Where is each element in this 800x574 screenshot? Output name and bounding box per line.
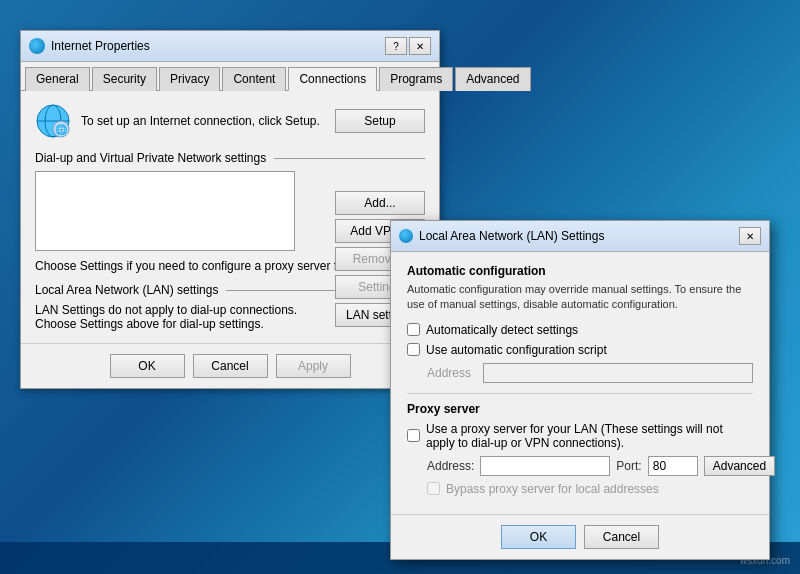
dial-up-section: Add... Add VPN... Remove... Settings — [35, 171, 425, 251]
lan-dialog-titlebar: Local Area Network (LAN) Settings ✕ — [391, 221, 769, 252]
titlebar-left: Internet Properties — [29, 38, 150, 54]
auto-config-title: Automatic configuration — [407, 264, 753, 278]
proxy-section-title: Proxy server — [407, 402, 753, 416]
tab-programs[interactable]: Programs — [379, 67, 453, 91]
lan-cancel-button[interactable]: Cancel — [584, 525, 659, 549]
setup-button[interactable]: Setup — [335, 109, 425, 133]
lan-close-button[interactable]: ✕ — [739, 227, 761, 245]
cancel-button[interactable]: Cancel — [193, 354, 268, 378]
lan-titlebar-left: Local Area Network (LAN) Settings — [399, 229, 604, 243]
lan-close-icon: ✕ — [746, 231, 754, 242]
auto-detect-label: Automatically detect settings — [426, 323, 578, 337]
tab-security[interactable]: Security — [92, 67, 157, 91]
lan-dialog-footer: OK Cancel — [391, 514, 769, 559]
bypass-checkbox[interactable] — [427, 482, 440, 495]
lan-dialog-content: Automatic configuration Automatic config… — [391, 252, 769, 514]
lan-titlebar-controls: ✕ — [739, 227, 761, 245]
port-input[interactable]: 80 — [648, 456, 698, 476]
tab-general[interactable]: General — [25, 67, 90, 91]
titlebar-controls: ? ✕ — [385, 37, 431, 55]
tab-connections[interactable]: Connections — [288, 67, 377, 91]
dial-up-list[interactable] — [35, 171, 295, 251]
proxy-checkbox[interactable] — [407, 429, 420, 442]
separator — [407, 393, 753, 394]
setup-icon: 🌐 — [35, 103, 71, 139]
lan-settings-dialog: Local Area Network (LAN) Settings ✕ Auto… — [390, 220, 770, 560]
tab-advanced[interactable]: Advanced — [455, 67, 530, 91]
lan-globe-icon — [399, 229, 413, 243]
internet-properties-dialog: Internet Properties ? ✕ General Security… — [20, 30, 440, 389]
proxy-address-label: Address: — [427, 459, 474, 473]
auto-script-row: Use automatic configuration script — [407, 343, 753, 357]
proxy-label: Use a proxy server for your LAN (These s… — [426, 422, 753, 450]
port-label: Port: — [616, 459, 641, 473]
lan-row: LAN Settings do not apply to dial-up con… — [35, 303, 425, 331]
tabs-row: General Security Privacy Content Connect… — [21, 62, 439, 91]
advanced-button[interactable]: Advanced — [704, 456, 775, 476]
dial-up-section-label: Dial-up and Virtual Private Network sett… — [35, 151, 425, 165]
svg-text:🌐: 🌐 — [55, 123, 68, 136]
add-button[interactable]: Add... — [335, 191, 425, 215]
address-label-text: Address — [427, 366, 477, 380]
proxy-address-row: Address: Port: 80 Advanced — [427, 456, 753, 476]
help-button[interactable]: ? — [385, 37, 407, 55]
auto-script-label: Use automatic configuration script — [426, 343, 607, 357]
close-button[interactable]: ✕ — [409, 37, 431, 55]
ie-icon — [29, 38, 45, 54]
ok-button[interactable]: OK — [110, 354, 185, 378]
tab-content[interactable]: Content — [222, 67, 286, 91]
lan-section-text: LAN Settings do not apply to dial-up con… — [35, 303, 325, 331]
tab-privacy[interactable]: Privacy — [159, 67, 220, 91]
internet-properties-footer: OK Cancel Apply — [21, 343, 439, 388]
setup-text: To set up an Internet connection, click … — [81, 114, 325, 128]
auto-script-checkbox[interactable] — [407, 343, 420, 356]
internet-properties-content: 🌐 To set up an Internet connection, clic… — [21, 91, 439, 343]
setup-row: 🌐 To set up an Internet connection, clic… — [35, 103, 425, 139]
auto-detect-checkbox[interactable] — [407, 323, 420, 336]
bypass-checkbox-row: Bypass proxy server for local addresses — [427, 482, 753, 496]
lan-dialog-title: Local Area Network (LAN) Settings — [419, 229, 604, 243]
internet-properties-title: Internet Properties — [51, 39, 150, 53]
auto-config-desc: Automatic configuration may override man… — [407, 282, 753, 313]
proxy-address-input[interactable] — [480, 456, 610, 476]
auto-detect-row: Automatically detect settings — [407, 323, 753, 337]
auto-script-address-input[interactable] — [483, 363, 753, 383]
close-icon: ✕ — [416, 41, 424, 52]
internet-properties-titlebar: Internet Properties ? ✕ — [21, 31, 439, 62]
bypass-label: Bypass proxy server for local addresses — [446, 482, 659, 496]
auto-script-address-row: Address — [427, 363, 753, 383]
apply-button[interactable]: Apply — [276, 354, 351, 378]
lan-ok-button[interactable]: OK — [501, 525, 576, 549]
proxy-checkbox-row: Use a proxy server for your LAN (These s… — [407, 422, 753, 450]
question-icon: ? — [393, 41, 399, 52]
